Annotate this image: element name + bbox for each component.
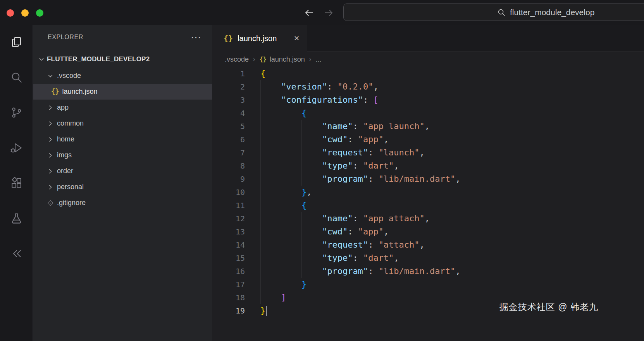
code-line-9: 9"program": "lib/main.dart", <box>212 172 644 186</box>
indent-guide <box>301 251 322 265</box>
git-icon <box>47 200 54 207</box>
line-content[interactable]: "name": "app attach", <box>260 212 430 225</box>
breadcrumb-item[interactable]: {}launch.json <box>260 55 305 64</box>
vscode-window: flutter_module_develop EXPLORER ⋯ FLUTTE… <box>0 0 644 341</box>
line-content[interactable]: { <box>260 67 265 80</box>
line-number[interactable]: 6 <box>212 133 245 146</box>
code-line-15: 15"type": "dart", <box>212 251 644 265</box>
sidebar-header: EXPLORER ⋯ <box>48 34 201 41</box>
minimize-window-button[interactable] <box>21 9 29 17</box>
line-number[interactable]: 18 <box>212 291 245 304</box>
chevron-right-icon <box>47 120 54 127</box>
arrow-left-icon <box>304 8 314 18</box>
activity-item-source-control[interactable] <box>7 104 26 122</box>
indent-guide <box>260 186 281 199</box>
indent-guide <box>301 159 322 172</box>
line-content[interactable]: "type": "dart", <box>260 159 399 172</box>
line-content[interactable]: "request": "launch", <box>260 146 425 159</box>
activity-item-search[interactable] <box>7 69 26 87</box>
line-number[interactable]: 10 <box>212 186 245 199</box>
back-button[interactable] <box>303 7 315 19</box>
line-number[interactable]: 3 <box>212 93 245 107</box>
line-content[interactable]: } <box>260 304 267 317</box>
tree-item-gitignore[interactable]: .gitignore <box>33 195 212 211</box>
tree-item-common[interactable]: common <box>33 115 212 131</box>
tree-item-label: app <box>57 103 69 112</box>
indent-guide <box>281 225 301 238</box>
root-folder-label: FLUTTER_MODULE_DEVELOP2 <box>47 55 150 63</box>
line-number[interactable]: 15 <box>212 251 245 265</box>
line-number[interactable]: 13 <box>212 225 245 238</box>
line-content[interactable]: "configurations": [ <box>260 93 379 107</box>
indent-guide <box>260 93 281 107</box>
tree-item-order[interactable]: order <box>33 163 212 179</box>
breadcrumb-separator: › <box>309 55 312 63</box>
activity-item-explorer[interactable] <box>7 33 26 52</box>
indent-guide <box>301 238 322 251</box>
activity-item-run-debug[interactable] <box>7 139 26 158</box>
line-content[interactable]: "program": "lib/main.dart", <box>260 265 461 278</box>
breadcrumb-item[interactable]: ... <box>316 55 322 64</box>
line-number[interactable]: 14 <box>212 238 245 251</box>
code-line-2: 2"version": "0.2.0", <box>212 80 644 93</box>
breadcrumb-item[interactable]: .vscode <box>225 55 249 64</box>
branch-icon <box>10 106 23 121</box>
indent-guide <box>281 107 301 120</box>
more-actions-button[interactable]: ⋯ <box>191 34 201 40</box>
tab-launch-json[interactable]: {} launch.json ✕ <box>212 25 307 52</box>
line-number[interactable]: 16 <box>212 265 245 278</box>
tree-item-label: personal <box>57 183 84 191</box>
json-icon: {} <box>224 34 233 42</box>
line-number[interactable]: 9 <box>212 172 245 186</box>
line-content[interactable]: } <box>260 278 307 291</box>
indent-guide <box>281 251 301 265</box>
line-number[interactable]: 8 <box>212 159 245 172</box>
line-content[interactable]: "cwd": "app", <box>260 133 389 146</box>
indent-guide <box>281 199 301 212</box>
activity-item-references[interactable] <box>7 245 26 264</box>
activity-item-testing[interactable] <box>7 210 26 228</box>
tree-item-home[interactable]: home <box>33 131 212 147</box>
code-lines[interactable]: 1{2"version": "0.2.0",3"configurations":… <box>212 67 644 341</box>
activity-item-extensions[interactable] <box>7 174 26 193</box>
indent-guide <box>281 120 301 133</box>
line-content[interactable]: "version": "0.2.0", <box>260 80 379 93</box>
line-content[interactable]: "program": "lib/main.dart", <box>260 172 461 186</box>
tree-item-personal[interactable]: personal <box>33 179 212 195</box>
line-number[interactable]: 12 <box>212 212 245 225</box>
files-icon <box>10 36 23 50</box>
maximize-window-button[interactable] <box>36 9 43 17</box>
tree-item-launchjson[interactable]: {}launch.json <box>33 84 212 100</box>
line-content[interactable]: "request": "attach", <box>260 238 425 251</box>
indent-guide <box>281 265 301 278</box>
line-number[interactable]: 2 <box>212 80 245 93</box>
line-number[interactable]: 5 <box>212 120 245 133</box>
close-window-button[interactable] <box>7 9 14 17</box>
line-content[interactable]: "type": "dart", <box>260 251 399 265</box>
close-icon[interactable]: ✕ <box>294 34 300 43</box>
history-nav <box>303 7 335 19</box>
double-chevron-left-icon <box>10 247 23 262</box>
tree-item-app[interactable]: app <box>33 100 212 115</box>
line-content[interactable]: "cwd": "app", <box>260 225 389 238</box>
line-number[interactable]: 19 <box>212 304 245 317</box>
command-center[interactable]: flutter_module_develop <box>343 3 644 21</box>
line-number[interactable]: 1 <box>212 67 245 80</box>
forward-button[interactable] <box>323 7 335 19</box>
line-content[interactable]: "name": "app launch", <box>260 120 430 133</box>
json-icon: {} <box>51 88 59 95</box>
line-number[interactable]: 11 <box>212 199 245 212</box>
line-number[interactable]: 17 <box>212 278 245 291</box>
line-number[interactable]: 4 <box>212 107 245 120</box>
line-content[interactable]: ] <box>260 291 286 304</box>
line-content[interactable]: { <box>260 199 307 212</box>
editor-group: {} launch.json ✕ .vscode›{}launch.json›.… <box>212 25 644 341</box>
tree-root-folder[interactable]: FLUTTER_MODULE_DEVELOP2 <box>33 53 212 65</box>
tree-item-vscode[interactable]: .vscode <box>33 68 212 84</box>
tree-item-imgs[interactable]: imgs <box>33 147 212 163</box>
line-number[interactable]: 7 <box>212 146 245 159</box>
chevron-down-icon <box>47 72 54 79</box>
line-content[interactable]: }, <box>260 186 312 199</box>
line-content[interactable]: { <box>260 107 307 120</box>
watermark: 掘金技术社区 @ 韩老九 <box>499 301 598 313</box>
